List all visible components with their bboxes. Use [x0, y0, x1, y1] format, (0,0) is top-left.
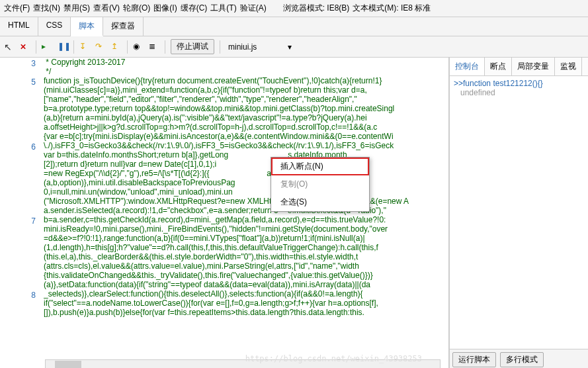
- line-number[interactable]: [1, 152, 36, 161]
- main-area: 35678 * Copyright 2013-2017 */function j…: [0, 58, 588, 368]
- line-number[interactable]: [1, 309, 36, 318]
- line-number[interactable]: [1, 235, 36, 244]
- tab-css[interactable]: CSS: [38, 17, 71, 36]
- tab-breakpoints[interactable]: 断点: [485, 58, 512, 75]
- breakpoint-icon[interactable]: ◉: [133, 42, 144, 52]
- menu-cache[interactable]: 缓存(C): [181, 3, 208, 14]
- format-icon[interactable]: ≣: [149, 42, 159, 52]
- line-number[interactable]: [1, 96, 36, 105]
- code-line[interactable]: a.sender.isSelected(a.record):!1,d="chec…: [44, 206, 446, 215]
- code-line[interactable]: (a,b){return a=mini.byId(a),jQuery(a).is…: [44, 113, 446, 122]
- code-line[interactable]: b=a.prototype.type;return top&&top!=wind…: [44, 104, 446, 113]
- code-line[interactable]: []),b.push(e)}a.push(b)}else{for(var f=t…: [44, 308, 446, 317]
- multiline-button[interactable]: 多行模式: [500, 352, 544, 367]
- code-line[interactable]: _selecteds)},clearSelect:function(){this…: [44, 289, 446, 299]
- console-output[interactable]: >>function test121212(){} undefined: [450, 76, 588, 349]
- menu-image[interactable]: 图像(I): [153, 3, 177, 14]
- line-number[interactable]: [1, 226, 36, 235]
- step-into-icon[interactable]: ↧: [79, 42, 90, 52]
- play-icon[interactable]: ▸: [42, 42, 52, 52]
- tab-profiler[interactable]: 探查器: [103, 17, 144, 36]
- browser-mode-label[interactable]: 浏览器模式: IE8(B): [283, 3, 350, 14]
- code-line[interactable]: mini.isReady=!0,mini.parse(),mini._FireB…: [44, 224, 446, 234]
- code-editor[interactable]: 35678 * Copyright 2013-2017 */function j…: [0, 58, 449, 368]
- code-line[interactable]: =d&&e>=f?!0:!1},range:function(a,b){if(0…: [44, 234, 446, 243]
- line-number[interactable]: [1, 281, 36, 291]
- code-line[interactable]: ["name","header","field","editor","filte…: [44, 95, 446, 104]
- code-line[interactable]: \./),isFF3_0=isGecko3&&check(/rv:1\.9\.0…: [44, 141, 446, 150]
- step-over-icon[interactable]: ↷: [95, 42, 106, 52]
- code-line[interactable]: {var e=b[c];try{mini.isDisplay(e)&&mini.…: [44, 132, 446, 141]
- code-line[interactable]: {this.validateOnChanged&&this._tryValida…: [44, 271, 446, 280]
- line-number[interactable]: 3: [1, 59, 36, 68]
- menu-file[interactable]: 文件(F): [4, 3, 30, 14]
- tab-script[interactable]: 脚本: [71, 17, 103, 36]
- right-panel: 控制台 断点 局部变量 监视 >>function test121212(){}…: [449, 58, 588, 368]
- ctx-copy[interactable]: 复制(O): [271, 175, 369, 193]
- step-out-icon[interactable]: ↥: [111, 42, 122, 52]
- line-number[interactable]: [1, 133, 36, 142]
- horizontal-scrollbar[interactable]: [45, 359, 441, 368]
- code-line[interactable]: 0,i=null,mini.un(window,"unload",mini_un…: [44, 187, 446, 197]
- pause-icon[interactable]: ❚❚: [58, 42, 68, 52]
- code-content[interactable]: * Copyright 2013-2017 */function js_isTo…: [44, 58, 446, 317]
- separator: [73, 40, 74, 54]
- line-number[interactable]: [1, 300, 36, 309]
- code-line[interactable]: =new RegExp("/\\d{2}/","g"),re5=/\[\s*T[…: [44, 169, 446, 178]
- code-line[interactable]: */: [44, 67, 446, 76]
- code-line[interactable]: a.offsetHeight>j||k>g?d.scrollTop=g:h>m?…: [44, 122, 446, 132]
- tab-locals[interactable]: 局部变量: [512, 58, 555, 75]
- line-number[interactable]: [1, 263, 36, 272]
- clear-icon[interactable]: ⨯: [20, 42, 30, 52]
- code-line[interactable]: var b=this.dateInfo.monthsShort;return b…: [44, 150, 446, 160]
- line-number[interactable]: [1, 179, 36, 189]
- menu-view[interactable]: 查看(V): [93, 3, 120, 14]
- code-line[interactable]: [2]);return d}return null}var d=new Date…: [44, 160, 446, 169]
- stop-debug-button[interactable]: 停止调试: [171, 39, 214, 54]
- file-selector[interactable]: miniui.js ▾: [226, 41, 312, 53]
- run-script-button[interactable]: 运行脚本: [452, 352, 496, 367]
- code-line[interactable]: (mini.uiClasses[c]=a)},mini_extend=funct…: [44, 85, 446, 95]
- menu-outline[interactable]: 轮廓(O): [123, 3, 150, 14]
- menu-tools[interactable]: 工具(T): [210, 3, 236, 14]
- line-number[interactable]: [1, 198, 36, 207]
- line-number[interactable]: 8: [1, 291, 36, 300]
- code-line[interactable]: (this.el,a),this._clearBorder&&(this.el.…: [44, 252, 446, 261]
- line-number[interactable]: [1, 170, 36, 179]
- separator: [165, 40, 165, 54]
- tab-console[interactable]: 控制台: [450, 58, 485, 75]
- code-line[interactable]: function js_isTouchDevice(){try{return d…: [44, 76, 446, 85]
- line-number[interactable]: [1, 115, 36, 124]
- code-line[interactable]: (1,d.length),h=this[g];h?"value"==d?h.ca…: [44, 243, 446, 252]
- line-number[interactable]: 5: [1, 77, 36, 87]
- tab-watch[interactable]: 监视: [555, 58, 582, 75]
- line-number[interactable]: [1, 68, 36, 77]
- line-number[interactable]: [1, 253, 36, 263]
- line-number[interactable]: 6: [1, 142, 36, 152]
- line-number[interactable]: [1, 207, 36, 216]
- code-line[interactable]: if("select"==a.nodeName.toLowerCase()){f…: [44, 299, 446, 308]
- line-number[interactable]: [1, 124, 36, 133]
- scrollbar-thumb[interactable]: [55, 361, 81, 368]
- line-number[interactable]: 7: [1, 216, 36, 226]
- pointer-icon[interactable]: ↖: [4, 42, 15, 52]
- menu-validate[interactable]: 验证(A): [240, 3, 267, 14]
- code-line[interactable]: (attrs.cls=cls),el.value&&(attrs.value=e…: [44, 261, 446, 271]
- menu-disable[interactable]: 禁用(S): [63, 3, 90, 14]
- line-number[interactable]: [1, 244, 36, 253]
- code-line[interactable]: * Copyright 2013-2017: [44, 58, 446, 67]
- line-number[interactable]: [1, 105, 36, 115]
- tab-html[interactable]: HTML: [0, 17, 38, 36]
- text-mode-label[interactable]: 文本模式(M): IE8 标准: [353, 3, 431, 14]
- code-line[interactable]: (a)},setData:function(data){if("string"=…: [44, 280, 446, 289]
- code-line[interactable]: (a,b,option)},mini.util.disableBackspace…: [44, 178, 446, 187]
- line-number[interactable]: [1, 272, 36, 281]
- code-line[interactable]: b=a.sender,c=this.getCheckId(a.record),d…: [44, 215, 446, 224]
- ctx-select-all[interactable]: 全选(S): [271, 193, 369, 211]
- ctx-insert-breakpoint[interactable]: 插入断点(N): [271, 158, 369, 175]
- menu-find[interactable]: 查找(N): [33, 3, 60, 14]
- line-number[interactable]: [1, 189, 36, 198]
- code-line[interactable]: ("Microsoft.XMLHTTP"):window.XMLHttpRequ…: [44, 197, 446, 206]
- line-number[interactable]: [1, 161, 36, 170]
- line-number[interactable]: [1, 87, 36, 96]
